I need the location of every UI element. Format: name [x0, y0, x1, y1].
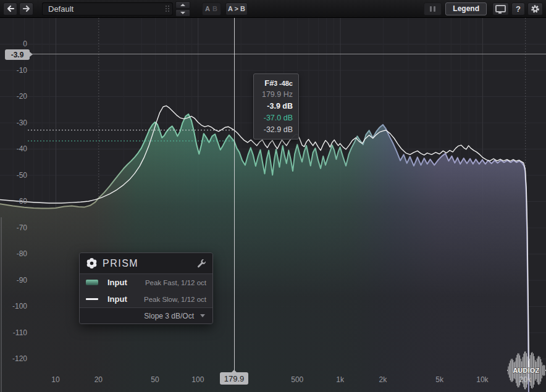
display-settings-button[interactable]: [492, 2, 509, 15]
db-readout-badge: -3.9: [5, 49, 30, 60]
ab-b-label: B: [212, 5, 218, 12]
spectrum-plot[interactable]: 0-10-20-30-40-50-60-70-80-90-100-110-120…: [0, 0, 546, 392]
ab-a-label: A: [205, 5, 211, 12]
settings-button[interactable]: [527, 2, 543, 15]
preset-name: Default: [48, 4, 74, 14]
preset-previous-button[interactable]: [175, 1, 190, 9]
arrow-right-icon: [22, 5, 31, 12]
freq-axis-label: 5k: [435, 375, 444, 384]
db-axis-label: -20: [17, 92, 28, 101]
freq-axis-label: 10: [51, 375, 60, 384]
legend-panel-header[interactable]: PRISM: [80, 253, 212, 274]
legend-row-detail: Peak Slow, 1/12 oct: [144, 296, 206, 303]
legend-row-detail: Peak Fast, 1/12 oct: [145, 279, 206, 286]
triangle-down-icon: [180, 12, 185, 14]
prism-logo-icon: [86, 257, 98, 269]
db-axis-label: -110: [13, 328, 27, 337]
watermark-text: AUDIOZ: [513, 367, 539, 374]
watermark-bar: [509, 363, 510, 377]
db-axis-label: -80: [17, 249, 28, 258]
db-axis-label: -70: [17, 223, 28, 232]
preset-spinner: [175, 1, 190, 17]
pause-icon: [430, 6, 432, 12]
watermark-bar: [545, 365, 545, 375]
preset-forward-button[interactable]: [19, 2, 33, 15]
freq-readout-badge: 179.9: [220, 372, 248, 385]
watermark-bar: [508, 367, 509, 375]
triangle-up-icon: [180, 4, 185, 6]
freq-axis-label: 500: [291, 375, 303, 384]
hover-tooltip: F#3-48c 179.9 Hz -3.9 dB -37.0 dB -32.9 …: [253, 73, 299, 140]
db-axis-label: -100: [12, 302, 27, 311]
grip-dots-icon: [166, 6, 167, 7]
freq-axis-label: 1k: [336, 375, 345, 384]
db-axis-label: 0: [23, 40, 27, 48]
preset-dropdown[interactable]: Default: [42, 2, 173, 15]
note-cents: -48c: [279, 80, 293, 87]
gear-icon: [531, 4, 540, 14]
freq-axis-label: 2k: [379, 375, 388, 384]
tooltip-frequency: 179.9 Hz: [256, 89, 293, 101]
watermark-bar: [510, 361, 511, 380]
db-axis-label: -90: [17, 276, 28, 285]
ab-compare-button[interactable]: A B: [202, 2, 221, 15]
tooltip-note-row: F#3-48c: [256, 77, 293, 89]
freq-axis-label: 50: [151, 375, 159, 384]
preset-next-button[interactable]: [175, 9, 190, 17]
watermark-bar: [540, 357, 540, 384]
tooltip-peak-slow-level: -32.9 dB: [256, 124, 293, 136]
left-edge-highlight: [1, 217, 2, 392]
watermark-bar: [544, 365, 544, 376]
freq-axis-label: 100: [191, 375, 204, 384]
legend-row-label: Input: [107, 294, 144, 304]
audioz-watermark: AUDIOZ: [506, 350, 546, 391]
legend-row-peak-slow[interactable]: Input Peak Slow, 1/12 oct: [80, 291, 212, 307]
chevron-down-icon: [200, 314, 205, 317]
slope-dropdown[interactable]: Slope 3 dB/Oct: [80, 307, 212, 323]
peak-fast-swatch: [86, 280, 98, 285]
panel-title: PRISM: [103, 258, 197, 269]
note-octave: 3: [274, 80, 277, 87]
db-axis-label: -60: [17, 197, 28, 206]
legend-panel: PRISM Input Peak Fast, 1/12 oct Input Pe…: [79, 252, 213, 324]
legend-toggle-button[interactable]: Legend: [445, 2, 487, 15]
legend-row-peak-fast[interactable]: Input Peak Fast, 1/12 oct: [80, 274, 212, 291]
arrow-left-icon: [6, 5, 15, 12]
wrench-icon[interactable]: [197, 259, 206, 268]
tooltip-ref-level: -3.9 dB: [256, 101, 293, 112]
peak-slow-swatch: [86, 298, 98, 300]
prism-analyzer-window: 0-10-20-30-40-50-60-70-80-90-100-110-120…: [0, 0, 546, 392]
pause-icon-bar: [434, 6, 435, 12]
preset-back-button[interactable]: [3, 2, 17, 15]
watermark-bar: [511, 359, 511, 382]
copy-a-to-b-button[interactable]: A > B: [225, 2, 248, 15]
db-axis-label: -10: [17, 66, 28, 75]
db-axis-label: -30: [17, 119, 28, 127]
db-axis-label: -120: [12, 354, 27, 363]
watermark-bar: [507, 370, 508, 371]
db-axis-label: -40: [17, 144, 28, 153]
toolbar: Default A B A > B Legend ?: [0, 0, 546, 18]
legend-row-label: Input: [107, 278, 145, 287]
freq-axis-label: 10k: [476, 375, 489, 384]
tooltip-peak-fast-level: -37.0 dB: [256, 112, 293, 124]
help-button[interactable]: ?: [511, 2, 525, 15]
db-axis-label: -50: [17, 171, 28, 180]
pause-button[interactable]: [424, 2, 442, 15]
slope-label: Slope 3 dB/Oct: [144, 312, 194, 320]
freq-axis-label: 20: [94, 375, 103, 384]
watermark-bar: [540, 359, 541, 382]
monitor-icon: [495, 5, 506, 12]
watermark-bar: [542, 362, 542, 378]
note-name: F#: [264, 78, 274, 88]
watermark-bar: [542, 365, 543, 375]
